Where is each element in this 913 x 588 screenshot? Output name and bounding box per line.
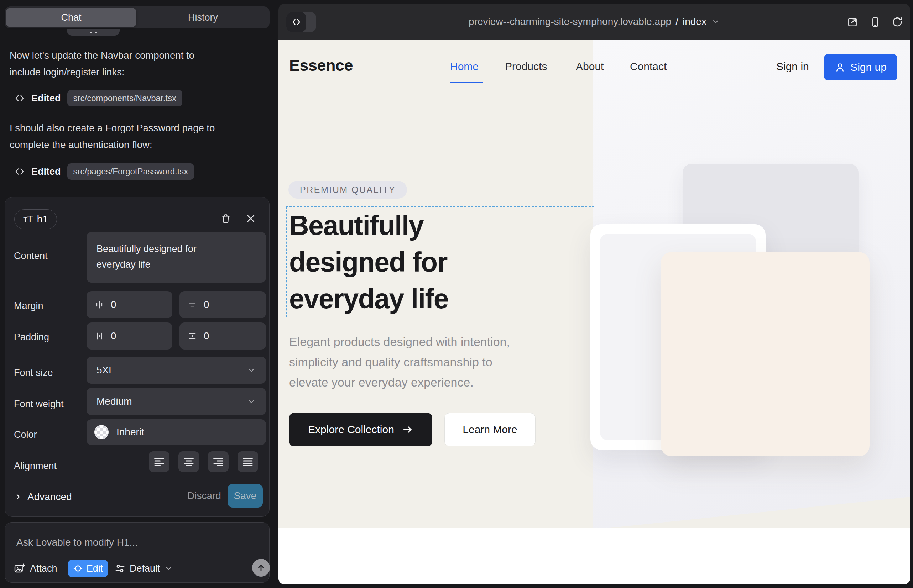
save-button[interactable]: Save bbox=[228, 484, 263, 507]
edit-mode-label: Edit bbox=[87, 563, 103, 574]
font-weight-value: Medium bbox=[97, 396, 132, 407]
edited-file-chip[interactable]: src/components/Navbar.tsx bbox=[67, 90, 182, 107]
padding-x-input[interactable]: 0 bbox=[87, 323, 172, 349]
nav-home-active-underline bbox=[450, 82, 483, 83]
padding-horizontal-icon bbox=[94, 331, 104, 341]
decor-card-cream bbox=[661, 252, 869, 456]
app-window: Chat History Now let's update the Navbar… bbox=[0, 0, 913, 588]
url-bar[interactable]: preview--charming-site-symphony.lovable.… bbox=[278, 3, 910, 40]
font-weight-select[interactable]: Medium bbox=[87, 388, 266, 415]
align-justify-button[interactable] bbox=[238, 451, 258, 472]
typography-icon: тT bbox=[23, 214, 33, 225]
arrow-up-icon bbox=[256, 563, 266, 573]
code-icon bbox=[14, 93, 25, 103]
composer-input[interactable]: Ask Lovable to modify H1... bbox=[16, 537, 138, 548]
code-view-toggle[interactable] bbox=[286, 12, 316, 32]
preview-browser: preview--charming-site-symphony.lovable.… bbox=[278, 3, 910, 585]
sign-up-button[interactable]: Sign up bbox=[824, 54, 897, 81]
attach-label: Attach bbox=[30, 563, 57, 574]
alignment-field-label: Alignment bbox=[14, 460, 57, 472]
align-center-button[interactable] bbox=[178, 451, 199, 472]
align-right-icon bbox=[212, 456, 224, 467]
learn-more-button[interactable]: Learn More bbox=[444, 413, 536, 446]
chevron-down-icon bbox=[247, 397, 256, 406]
margin-y-input[interactable]: 0 bbox=[180, 291, 266, 318]
content-textarea[interactable]: Beautifully designed for everyday life bbox=[87, 232, 266, 283]
margin-x-input[interactable]: 0 bbox=[87, 291, 172, 318]
chat-composer: Ask Lovable to modify H1... Attach Edit … bbox=[5, 522, 270, 583]
hero-heading[interactable]: Beautifully designed for everyday life bbox=[289, 207, 546, 317]
delete-element-button[interactable] bbox=[218, 211, 233, 226]
mobile-view-button[interactable] bbox=[869, 16, 882, 29]
color-value: Inherit bbox=[117, 426, 144, 438]
nav-link-about[interactable]: About bbox=[576, 60, 604, 73]
site-canvas: Essence Home Products About Contact Sign… bbox=[278, 40, 910, 585]
edited-file-chip[interactable]: src/pages/ForgotPassword.tsx bbox=[67, 163, 194, 180]
edit-mode-button[interactable]: Edit bbox=[68, 559, 108, 577]
sign-in-link[interactable]: Sign in bbox=[776, 60, 809, 73]
model-mode-label: Default bbox=[130, 563, 160, 574]
nav-link-home[interactable]: Home bbox=[450, 60, 479, 73]
padding-y-input[interactable]: 0 bbox=[180, 323, 266, 349]
margin-horizontal-icon bbox=[94, 300, 104, 310]
save-label: Save bbox=[234, 490, 257, 501]
advanced-toggle[interactable]: Advanced bbox=[14, 491, 72, 502]
attach-button[interactable]: Attach bbox=[13, 559, 57, 577]
edited-file-row[interactable]: Edited src/pages/ForgotPassword.tsx bbox=[14, 162, 194, 181]
font-weight-field-label: Font weight bbox=[14, 399, 64, 410]
font-size-value: 5XL bbox=[97, 365, 114, 376]
discard-button[interactable]: Discard bbox=[182, 484, 226, 507]
color-input[interactable]: Inherit bbox=[87, 419, 266, 445]
tab-chat[interactable]: Chat bbox=[6, 8, 136, 27]
align-center-icon bbox=[183, 456, 194, 467]
nav-link-contact[interactable]: Contact bbox=[630, 60, 667, 73]
chevron-down-icon bbox=[711, 18, 720, 26]
tab-history[interactable]: History bbox=[138, 8, 268, 27]
refresh-icon bbox=[892, 16, 903, 28]
font-size-field-label: Font size bbox=[14, 367, 53, 378]
premium-quality-badge: PREMIUM QUALITY bbox=[288, 181, 407, 199]
selected-element-tag[interactable]: тT h1 bbox=[14, 209, 57, 229]
chat-message: Now let's update the Navbar component to… bbox=[10, 47, 264, 81]
align-left-icon bbox=[154, 456, 165, 467]
url-separator: / bbox=[675, 16, 678, 27]
open-in-new-tab-button[interactable] bbox=[846, 16, 859, 29]
margin-y-value: 0 bbox=[204, 299, 209, 310]
chat-message: I should also create a Forgot Password p… bbox=[10, 120, 264, 153]
send-button[interactable] bbox=[252, 559, 270, 577]
hero-paragraph: Elegant products designed with intention… bbox=[289, 332, 585, 393]
user-icon bbox=[835, 62, 845, 73]
font-size-select[interactable]: 5XL bbox=[87, 357, 266, 384]
align-left-button[interactable] bbox=[149, 451, 170, 472]
color-field-label: Color bbox=[14, 429, 37, 440]
chat-history-tabs: Chat History bbox=[5, 6, 270, 29]
advanced-label: Advanced bbox=[28, 491, 72, 502]
align-right-button[interactable] bbox=[208, 451, 228, 472]
arrow-right-icon bbox=[402, 424, 413, 435]
model-mode-dropdown[interactable]: Default bbox=[115, 559, 173, 577]
edited-file-row[interactable]: Edited src/components/Navbar.tsx bbox=[14, 89, 182, 108]
refresh-button[interactable] bbox=[891, 16, 904, 29]
align-justify-icon bbox=[242, 456, 254, 467]
tab-chat-label: Chat bbox=[61, 12, 81, 23]
color-swatch[interactable] bbox=[94, 425, 108, 439]
explore-collection-button[interactable]: Explore Collection bbox=[289, 413, 432, 446]
close-inspector-button[interactable] bbox=[243, 211, 259, 226]
nav-link-products[interactable]: Products bbox=[505, 60, 547, 73]
edited-label: Edited bbox=[31, 166, 61, 177]
padding-vertical-icon bbox=[187, 331, 197, 341]
mobile-phone-icon bbox=[869, 16, 881, 28]
padding-y-value: 0 bbox=[204, 330, 209, 342]
section-below-hero bbox=[278, 528, 910, 585]
scrolled-file-chip bbox=[67, 29, 120, 36]
learn-more-label: Learn More bbox=[463, 423, 517, 436]
attach-image-icon bbox=[13, 563, 25, 574]
padding-field-label: Padding bbox=[14, 332, 49, 343]
sliders-icon bbox=[115, 563, 125, 574]
sign-up-label: Sign up bbox=[850, 61, 887, 73]
url-page: index bbox=[683, 16, 706, 27]
site-logo[interactable]: Essence bbox=[289, 56, 353, 75]
element-inspector-panel: тT h1 Content Beautifully designed for e… bbox=[5, 197, 270, 517]
target-edit-icon bbox=[73, 564, 83, 573]
padding-x-value: 0 bbox=[111, 330, 117, 342]
